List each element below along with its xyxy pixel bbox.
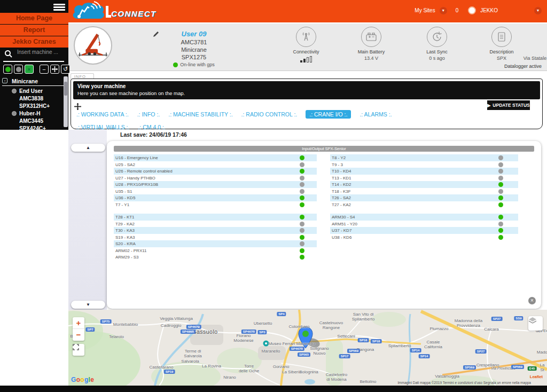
my-sites-label[interactable]: My Sites <box>415 7 435 13</box>
tab-working-data[interactable]: .: WORKING DATA :. <box>76 111 129 117</box>
jconnect-logo: CONNECT <box>71 1 183 24</box>
status-on-icon <box>300 248 304 253</box>
scroll-up-button[interactable]: ▲ <box>71 144 105 152</box>
fullscreen-button[interactable] <box>73 344 84 356</box>
search-icon <box>4 50 13 60</box>
tree-item-amc3838[interactable]: AMC3838 <box>0 95 68 102</box>
io-label: S20 - KRA <box>115 241 136 246</box>
search-input[interactable] <box>17 49 63 55</box>
tab-virtual-walls[interactable]: .: VIRTUAL WALLS :. <box>76 124 129 130</box>
io-row: T27 - KA2 <box>330 201 518 208</box>
tree-node-minicrane[interactable]: - Minicrane <box>2 76 66 86</box>
road-badge: SP569 <box>463 365 476 370</box>
io-label: T8 - Y2 <box>332 155 346 160</box>
layers-button[interactable] <box>528 316 543 331</box>
brand-j-icon <box>106 6 111 18</box>
leaflet-attribution[interactable]: Leaflet <box>530 374 543 379</box>
plus-arrows-icon <box>52 66 58 72</box>
notice-text: Here you can see machine position on the… <box>77 90 536 96</box>
refresh-button[interactable]: ↺ <box>61 65 70 74</box>
io-label: U38 - KD6 <box>332 235 351 240</box>
tab-cm-4-0[interactable]: .: CM 4.0 :. <box>138 124 165 130</box>
sidebar-item-report[interactable]: Report <box>0 25 68 36</box>
status-off-icon <box>300 241 304 246</box>
google-logo: Google <box>71 376 94 383</box>
tree-item-amc3445[interactable]: AMC3445 <box>0 117 68 124</box>
collapse-tree-button[interactable]: − <box>40 65 49 74</box>
status-off-icon <box>300 182 304 187</box>
map-town-label: La Siberia <box>282 370 301 374</box>
map-town-label: Terme di Salvarola <box>184 349 201 358</box>
road-badge: SP467R <box>241 330 256 334</box>
hamburger-menu-icon[interactable] <box>53 3 65 11</box>
map-town-label: Casale California <box>424 340 442 349</box>
io-label: T30 - KA3 <box>115 228 135 233</box>
expand-tree-button[interactable] <box>50 65 59 74</box>
io-label: U28 - PRX10/PRX10B <box>115 182 158 187</box>
filter-offline-button[interactable] <box>14 65 23 74</box>
map-town-label: Calcara <box>484 327 499 332</box>
battery-icon <box>361 27 381 47</box>
edit-pencil-icon[interactable] <box>152 30 160 38</box>
tabs-panel: View your machine Here you can see machi… <box>71 79 543 129</box>
collapse-node-icon[interactable]: - <box>2 78 7 83</box>
status-on-icon <box>300 195 304 200</box>
user-menu-chevron-icon[interactable]: ▾ <box>534 7 542 14</box>
tree-item-spx424c+[interactable]: SPX424C+ <box>0 124 68 132</box>
map-town-label: Salvarola <box>181 359 199 364</box>
road-badge: SP14 <box>419 354 430 358</box>
close-panel-icon[interactable]: × <box>528 297 536 304</box>
tab-machine-stability[interactable]: .: MACHINE STABILITY :. <box>168 111 232 117</box>
machine-tree: - Minicrane End UserAMC3838SPX312HC+Hube… <box>0 76 68 128</box>
io-column-right: T8 - Y2T9 - 3T10 - KD4T13 - KD1T14 - KD2… <box>330 154 518 246</box>
zoom-out-button[interactable]: − <box>73 329 84 341</box>
io-row: T7 - Y1 <box>114 201 317 208</box>
sidebar-item-jekko-cranes[interactable]: Jekko Cranes <box>0 36 68 48</box>
road-badge: SP14 <box>410 348 421 352</box>
zoom-in-button[interactable]: + <box>73 317 84 329</box>
io-row: T30 - KA3 <box>114 227 317 234</box>
sidebar-empty-area <box>0 130 68 386</box>
map-attribution[interactable]: Immagini Dati mappa ©2019 Termini e cond… <box>398 381 531 385</box>
status-on-icon <box>498 182 503 187</box>
tree-item-huber-h[interactable]: Huber-H <box>0 109 68 117</box>
sidebar-item-home-page[interactable]: Home Page <box>0 13 68 24</box>
tree-scrollbar[interactable] <box>64 76 68 127</box>
map-town-label: La St <box>540 363 545 372</box>
tree-item-end user[interactable]: End User <box>0 87 68 95</box>
my-sites-chevron-icon[interactable]: ▾ <box>440 7 447 14</box>
tree-item-spx312hc+[interactable]: SPX312HC+ <box>0 102 68 109</box>
tab-alarms[interactable]: .: ALARMS :. <box>360 111 392 117</box>
online-status-icon <box>173 62 178 67</box>
map-town-label: Castelnuovo Rangone <box>319 320 343 330</box>
io-row: T26 - SA2 <box>330 194 518 201</box>
map-town-label: Torre delle Oche <box>239 364 259 373</box>
map-zoom-control[interactable]: + − <box>73 317 84 341</box>
online-status-label: On-line with gps <box>180 62 215 67</box>
io-row: T13 - KD1 <box>330 175 518 182</box>
tab-radio-control[interactable]: .: RADIO CONTROL :. <box>241 111 298 117</box>
tab-crane-i-o[interactable]: .: CRANE I/O :. <box>306 110 351 119</box>
update-status-button[interactable]: ▶ UPDATE STATUS <box>487 100 530 110</box>
tree-item-label: SPX312HC+ <box>19 103 50 109</box>
last-save-label: Last save: 24/06/19 17:46 <box>120 131 187 138</box>
map-town-label: Sassuolo <box>192 328 217 335</box>
io-row: U35 - S1 <box>114 188 317 195</box>
username: JEKKO <box>480 7 498 13</box>
user-avatar[interactable] <box>468 6 476 14</box>
map-town-label: Montebabbio <box>113 322 138 327</box>
tab-info[interactable]: .: INFO :. <box>137 111 160 117</box>
status-off-icon <box>300 228 304 233</box>
filter-online-button[interactable] <box>3 65 12 74</box>
machine-name: User 09 <box>162 30 226 38</box>
map[interactable]: Veggia-VillalungaMontebabbioCadiroggioSa… <box>68 310 547 386</box>
io-label: T9 - 3 <box>332 162 343 167</box>
io-row: U27 - Handy PTHBO <box>114 175 317 182</box>
scroll-down-button[interactable]: ▼ <box>71 301 105 309</box>
map-town-label: Valsamoggia <box>435 374 459 379</box>
filter-disabled-button[interactable]: × <box>25 65 34 74</box>
io-label: T14 - KD2 <box>332 182 351 187</box>
road-badge: SS9 <box>514 316 523 320</box>
io-label: U36 - KD5 <box>115 195 135 200</box>
io-row: U37 - KD7 <box>330 227 518 234</box>
